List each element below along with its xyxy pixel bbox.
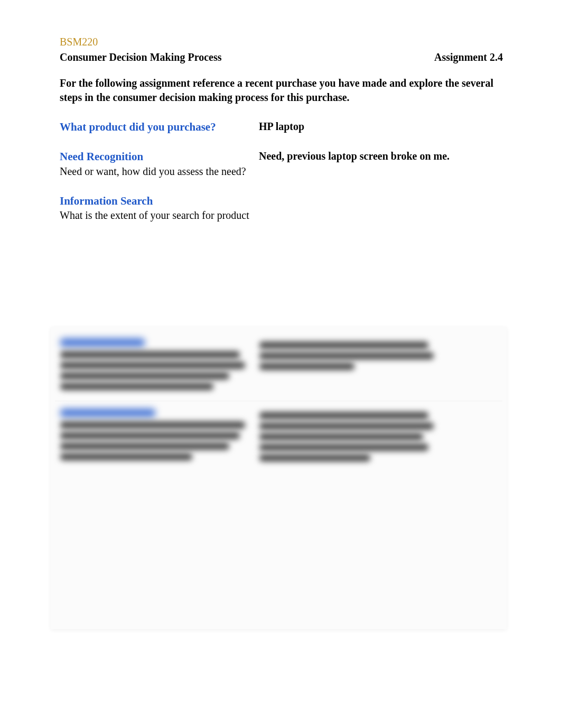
blurred-line bbox=[60, 432, 240, 439]
information-search-heading: Information Search bbox=[60, 193, 259, 208]
product-heading: What product did you purchase? bbox=[60, 119, 259, 134]
need-recognition-row: Need Recognition Need or want, how did y… bbox=[60, 149, 503, 178]
blurred-line bbox=[259, 454, 370, 462]
blurred-line bbox=[60, 453, 192, 460]
assignment-number: Assignment 2.4 bbox=[434, 51, 503, 63]
blurred-preview-overlay bbox=[51, 327, 507, 629]
blurred-line bbox=[259, 422, 434, 430]
instructions-text: For the following assignment reference a… bbox=[60, 76, 503, 105]
course-code: BSM220 bbox=[60, 36, 503, 48]
blurred-line bbox=[259, 433, 423, 440]
product-row: What product did you purchase? HP laptop bbox=[60, 119, 503, 134]
information-search-row: Information Search What is the extent of… bbox=[60, 193, 503, 223]
doc-title: Consumer Decision Making Process bbox=[60, 51, 221, 63]
blurred-line bbox=[60, 372, 229, 380]
blurred-line bbox=[259, 444, 428, 451]
need-recognition-answer: Need, previous laptop screen broke on me… bbox=[259, 149, 503, 163]
product-answer: HP laptop bbox=[259, 119, 503, 134]
blurred-line bbox=[60, 421, 245, 429]
blurred-line bbox=[259, 363, 354, 370]
blurred-line bbox=[60, 362, 245, 369]
information-search-sub: What is the extent of your search for pr… bbox=[60, 208, 259, 223]
header-row: Consumer Decision Making Process Assignm… bbox=[60, 51, 503, 63]
blurred-heading bbox=[60, 409, 155, 417]
blurred-line bbox=[60, 443, 229, 450]
blurred-heading bbox=[60, 338, 145, 347]
blurred-line bbox=[259, 342, 428, 349]
blurred-line bbox=[60, 351, 240, 358]
blurred-line bbox=[259, 352, 434, 360]
need-recognition-heading: Need Recognition bbox=[60, 149, 259, 164]
blurred-line bbox=[259, 412, 428, 419]
need-recognition-sub: Need or want, how did you assess the nee… bbox=[60, 164, 259, 179]
blurred-line bbox=[60, 383, 213, 390]
